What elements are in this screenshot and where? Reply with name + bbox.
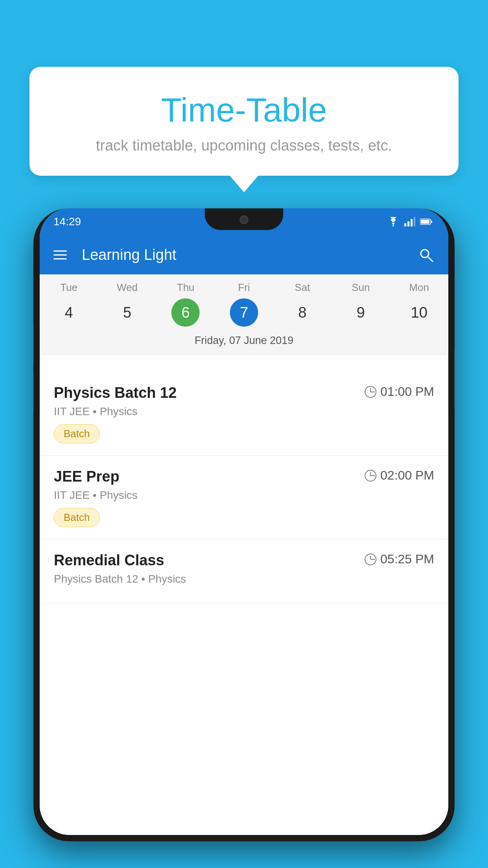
power-button (454, 350, 455, 409)
hamburger-line-2 (53, 254, 67, 256)
day-header-wed: Wed (112, 281, 143, 294)
day-number-6[interactable]: 6 (171, 298, 200, 327)
app-bar: Learning Light (40, 235, 448, 274)
tooltip-title: Time-Table (53, 90, 435, 129)
svg-rect-6 (431, 221, 432, 223)
batch-tag-0: Batch (54, 424, 100, 443)
wifi-icon (387, 217, 400, 226)
camera (240, 215, 248, 224)
hamburger-line-1 (53, 250, 67, 252)
class-name-0: Physics Batch 12 (54, 384, 177, 401)
hamburger-menu[interactable] (53, 250, 67, 259)
day-header-thu: Thu (170, 281, 201, 294)
day-number-7[interactable]: 7 (230, 298, 258, 327)
search-icon (418, 247, 433, 262)
signal-icon (404, 217, 415, 226)
phone-screen: 14:29 (40, 208, 448, 835)
app-title: Learning Light (82, 246, 417, 263)
calendar-strip: TueWedThuFriSatSunMon 45678910 Friday, 0… (40, 274, 448, 355)
svg-line-9 (428, 257, 433, 261)
clock-icon-0 (365, 386, 376, 398)
day-number-10[interactable]: 10 (405, 298, 433, 327)
selected-date-label: Friday, 07 June 2019 (40, 331, 448, 352)
clock-icon-1 (365, 470, 376, 482)
class-card-2[interactable]: Remedial Class05:25 PMPhysics Batch 12 •… (40, 539, 448, 604)
day-number-9[interactable]: 9 (347, 298, 375, 327)
day-header-mon: Mon (404, 281, 435, 294)
batch-tag-1: Batch (54, 508, 100, 527)
day-header-tue: Tue (53, 281, 84, 294)
volume-down-button (33, 373, 34, 413)
time-text-2: 05:25 PM (380, 552, 434, 566)
day-headers: TueWedThuFriSatSunMon (40, 281, 448, 294)
status-icons (387, 217, 433, 226)
svg-rect-4 (414, 217, 415, 226)
day-number-4[interactable]: 4 (55, 298, 83, 327)
class-card-0[interactable]: Physics Batch 1201:00 PMIIT JEE • Physic… (40, 372, 448, 456)
hamburger-line-3 (53, 258, 67, 259)
svg-rect-1 (404, 223, 406, 226)
clock-icon-2 (365, 554, 376, 565)
notch (205, 208, 283, 230)
class-meta-2: Physics Batch 12 • Physics (54, 573, 434, 585)
day-number-5[interactable]: 5 (113, 298, 141, 327)
class-meta-1: IIT JEE • Physics (54, 489, 434, 502)
tooltip-subtitle: track timetable, upcoming classes, tests… (53, 137, 435, 154)
svg-rect-7 (421, 220, 429, 224)
day-header-sun: Sun (345, 281, 376, 294)
class-meta-0: IIT JEE • Physics (54, 405, 434, 418)
day-header-sat: Sat (287, 281, 318, 294)
class-card-1[interactable]: JEE Prep02:00 PMIIT JEE • PhysicsBatch (40, 456, 448, 539)
phone-frame: 14:29 (33, 208, 455, 841)
day-number-8[interactable]: 8 (288, 298, 317, 327)
tooltip-card: Time-Table track timetable, upcoming cla… (29, 67, 459, 176)
volume-up-button (33, 326, 34, 366)
svg-rect-2 (407, 221, 409, 226)
time-text-1: 02:00 PM (380, 468, 434, 483)
time-text-0: 01:00 PM (380, 384, 434, 399)
search-button[interactable] (417, 246, 435, 263)
schedule-area: Physics Batch 1201:00 PMIIT JEE • Physic… (40, 372, 448, 835)
class-name-1: JEE Prep (54, 468, 119, 485)
status-time: 14:29 (53, 215, 81, 228)
class-time-1: 02:00 PM (365, 468, 434, 483)
svg-point-0 (393, 225, 394, 226)
class-time-2: 05:25 PM (365, 552, 434, 566)
day-header-fri: Fri (228, 281, 260, 294)
day-numbers: 45678910 (40, 298, 448, 327)
class-time-0: 01:00 PM (365, 384, 434, 399)
class-name-2: Remedial Class (54, 552, 164, 569)
svg-rect-3 (411, 219, 413, 226)
battery-icon (420, 218, 433, 225)
